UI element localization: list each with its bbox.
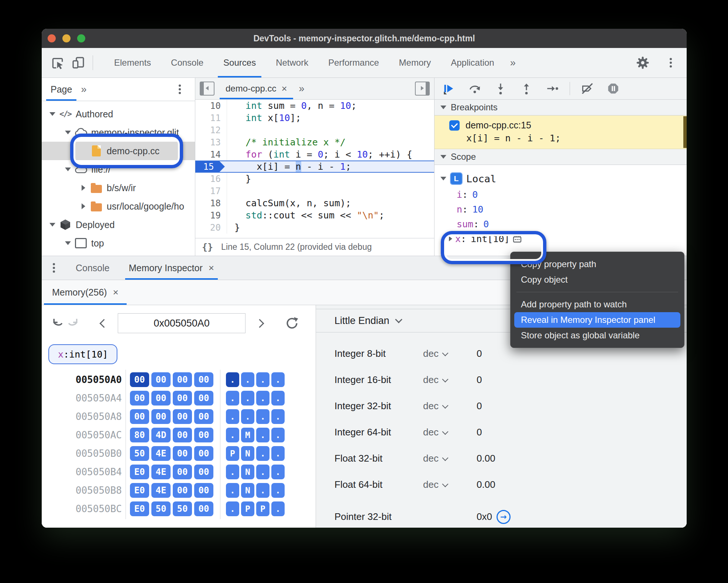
more-navigator-tabs-icon[interactable]: » bbox=[75, 84, 92, 95]
byte-cell[interactable]: 4E bbox=[151, 446, 171, 461]
close-window-button[interactable] bbox=[48, 34, 56, 42]
byte-cell[interactable]: 00 bbox=[151, 409, 171, 424]
drawer-menu-kebab-icon[interactable] bbox=[53, 267, 55, 269]
ascii-cell[interactable]: . bbox=[256, 372, 269, 387]
redo-icon[interactable] bbox=[65, 316, 80, 331]
more-editor-tabs-icon[interactable]: » bbox=[293, 83, 310, 94]
step-icon[interactable] bbox=[546, 82, 559, 95]
breakpoint-checkbox[interactable] bbox=[449, 120, 460, 131]
ascii-cell[interactable]: . bbox=[226, 409, 239, 424]
format-select[interactable]: dec bbox=[423, 479, 477, 490]
tab-memory-256[interactable]: Memory(256) × bbox=[47, 280, 124, 305]
maximize-window-button[interactable] bbox=[77, 34, 85, 42]
address-input[interactable] bbox=[118, 313, 245, 333]
format-select[interactable]: dec bbox=[423, 400, 477, 412]
ascii-cell[interactable]: . bbox=[241, 391, 254, 406]
expander-closed-icon[interactable] bbox=[78, 203, 89, 209]
byte-cell[interactable]: 00 bbox=[173, 391, 192, 406]
tab-page[interactable]: Page bbox=[48, 78, 75, 101]
menu-item-add-property-path-to-watch[interactable]: Add property path to watch bbox=[511, 297, 684, 312]
byte-cell[interactable]: E0 bbox=[130, 483, 149, 498]
expander-open-icon[interactable] bbox=[47, 112, 58, 116]
tab-elements[interactable]: Elements bbox=[104, 48, 161, 77]
byte-cell[interactable]: 00 bbox=[173, 483, 192, 498]
resume-script-icon[interactable] bbox=[443, 82, 455, 95]
step-over-icon[interactable] bbox=[468, 82, 481, 95]
scope-variable-n[interactable]: n:10 bbox=[435, 202, 687, 217]
ascii-cell[interactable]: P bbox=[241, 501, 254, 516]
ascii-cell[interactable]: N bbox=[241, 465, 254, 479]
ascii-cell[interactable]: . bbox=[271, 446, 285, 461]
close-tab-icon[interactable]: × bbox=[281, 83, 287, 94]
menu-item-copy-object[interactable]: Copy object bbox=[511, 272, 684, 287]
line-number[interactable]: 13 bbox=[195, 136, 227, 148]
ascii-cell[interactable]: . bbox=[271, 501, 285, 516]
line-number[interactable]: 12 bbox=[195, 124, 227, 136]
scope-variable-i[interactable]: i:0 bbox=[435, 187, 687, 202]
line-number[interactable]: 16 bbox=[195, 173, 227, 185]
line-number[interactable]: 10 bbox=[195, 100, 227, 112]
byte-cell[interactable]: 00 bbox=[194, 465, 213, 479]
expander-open-icon[interactable] bbox=[47, 223, 58, 227]
devtools-menu-kebab-icon[interactable] bbox=[670, 62, 672, 64]
ascii-cell[interactable]: N bbox=[241, 446, 254, 461]
byte-cell[interactable]: 00 bbox=[194, 501, 213, 516]
scope-section-header[interactable]: Scope bbox=[435, 149, 687, 165]
byte-cell[interactable]: 00 bbox=[130, 372, 149, 387]
tab-application[interactable]: Application bbox=[441, 48, 504, 77]
line-number[interactable]: 20 bbox=[195, 221, 227, 234]
expander-closed-icon[interactable] bbox=[78, 185, 89, 191]
line-number[interactable]: 18 bbox=[195, 197, 227, 209]
byte-cell[interactable]: 00 bbox=[194, 409, 213, 424]
ascii-cell[interactable]: . bbox=[226, 483, 239, 498]
step-out-icon[interactable] bbox=[520, 82, 533, 95]
tree-item-authored[interactable]: </>Authored bbox=[42, 105, 195, 123]
line-number[interactable]: 15 bbox=[195, 161, 227, 172]
settings-gear-icon[interactable] bbox=[635, 55, 650, 70]
expander-open-icon[interactable] bbox=[62, 168, 73, 171]
tree-item-usr-local-google-ho[interactable]: usr/local/google/ho bbox=[42, 197, 195, 215]
hide-navigator-icon[interactable] bbox=[200, 82, 214, 96]
ascii-cell[interactable]: . bbox=[226, 428, 239, 442]
breakpoint-entry[interactable]: demo-cpp.cc:15 x[i] = n - i - 1; bbox=[435, 115, 687, 149]
ascii-cell[interactable]: . bbox=[256, 483, 269, 498]
deactivate-breakpoints-icon[interactable] bbox=[581, 82, 594, 95]
ascii-cell[interactable]: . bbox=[226, 391, 239, 406]
ascii-cell[interactable]: . bbox=[256, 391, 269, 406]
next-page-icon[interactable] bbox=[252, 316, 267, 331]
menu-item-store-object-as-global-variable[interactable]: Store object as global variable bbox=[511, 328, 684, 343]
format-select[interactable]: dec bbox=[423, 374, 477, 386]
byte-cell[interactable]: 00 bbox=[130, 409, 149, 424]
byte-cell[interactable]: 00 bbox=[194, 391, 213, 406]
tree-item-deployed[interactable]: Deployed bbox=[42, 215, 195, 234]
ascii-cell[interactable]: . bbox=[271, 483, 285, 498]
ascii-cell[interactable]: M bbox=[241, 428, 254, 442]
tab-sources[interactable]: Sources bbox=[213, 48, 266, 77]
format-select[interactable]: dec bbox=[423, 348, 477, 359]
close-drawer-tab-icon[interactable]: × bbox=[209, 262, 214, 274]
format-select[interactable]: dec bbox=[423, 427, 477, 438]
byte-cell[interactable]: E0 bbox=[130, 465, 149, 479]
line-number[interactable]: 17 bbox=[195, 185, 227, 197]
byte-cell[interactable]: 80 bbox=[130, 428, 149, 442]
tree-item-memory-inspector-glit[interactable]: memory-inspector.glit bbox=[42, 252, 195, 256]
byte-cell[interactable]: 00 bbox=[173, 465, 192, 479]
menu-item-reveal-in-memory-inspector-panel[interactable]: Reveal in Memory Inspector panel bbox=[514, 312, 680, 328]
tab-demo-cpp[interactable]: demo-cpp.cc × bbox=[220, 78, 293, 99]
tab-memory[interactable]: Memory bbox=[389, 48, 441, 77]
line-number[interactable]: 11 bbox=[195, 112, 227, 124]
byte-cell[interactable]: 00 bbox=[130, 391, 149, 406]
tab-memory-inspector[interactable]: Memory Inspector × bbox=[127, 256, 216, 280]
close-memory-tab-icon[interactable]: × bbox=[113, 287, 119, 298]
byte-cell[interactable]: 00 bbox=[151, 372, 171, 387]
ascii-cell[interactable]: . bbox=[256, 446, 269, 461]
byte-cell[interactable]: 4D bbox=[151, 428, 171, 442]
byte-cell[interactable]: 4E bbox=[151, 483, 171, 498]
ascii-cell[interactable]: . bbox=[226, 501, 239, 516]
pause-on-exceptions-icon[interactable] bbox=[607, 82, 619, 95]
ascii-cell[interactable]: . bbox=[271, 409, 285, 424]
byte-cell[interactable]: 00 bbox=[173, 446, 192, 461]
ascii-cell[interactable]: . bbox=[256, 428, 269, 442]
byte-cell[interactable]: 50 bbox=[130, 446, 149, 461]
byte-cell[interactable]: 00 bbox=[194, 483, 213, 498]
